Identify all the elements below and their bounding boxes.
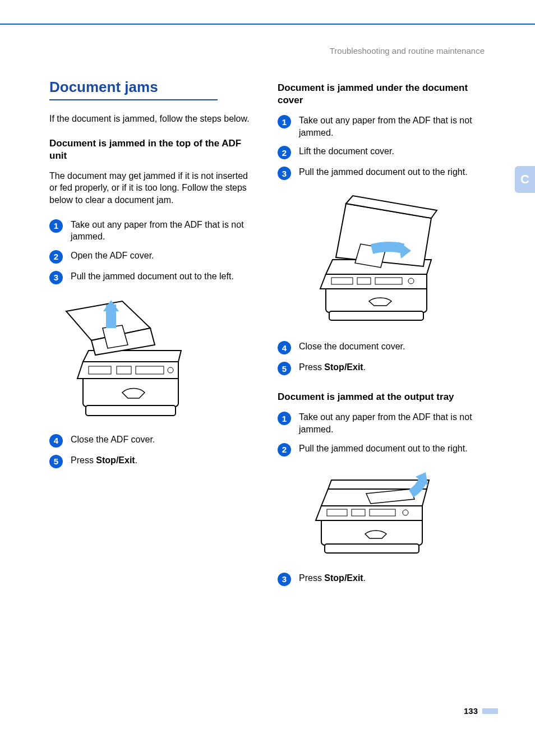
step-item: 2 Lift the document cover. bbox=[278, 145, 486, 159]
step-text: Close the ADF cover. bbox=[71, 434, 257, 446]
stop-exit-label: Stop/Exit bbox=[324, 362, 363, 372]
illustration-doc-cover-open bbox=[299, 190, 486, 330]
step-item: 5 Press Stop/Exit. bbox=[49, 454, 257, 468]
press-suffix: . bbox=[135, 455, 137, 465]
step-item: 3 Pull the jammed document out to the ri… bbox=[278, 166, 486, 180]
heading-rule bbox=[49, 99, 218, 100]
press-prefix: Press bbox=[299, 362, 324, 372]
stop-exit-label: Stop/Exit bbox=[324, 573, 363, 583]
step-item: 3 Press Stop/Exit. bbox=[278, 572, 486, 586]
step-text: Press Stop/Exit. bbox=[299, 361, 486, 374]
svg-rect-1 bbox=[86, 405, 176, 416]
svg-rect-7 bbox=[329, 311, 423, 320]
step-item: 2 Open the ADF cover. bbox=[49, 250, 257, 264]
step-text: Pull the jammed document out to the left… bbox=[71, 270, 257, 283]
step-number-icon: 1 bbox=[49, 219, 63, 233]
step-number-icon: 5 bbox=[49, 455, 63, 468]
stop-exit-label: Stop/Exit bbox=[96, 455, 135, 465]
step-number-icon: 1 bbox=[278, 412, 291, 425]
page-number: 133 bbox=[464, 706, 498, 716]
step-text: Take out any paper from the ADF that is … bbox=[71, 219, 257, 243]
page-number-bar bbox=[482, 708, 498, 714]
page-number-text: 133 bbox=[464, 706, 478, 716]
running-header: Troubleshooting and routine maintenance bbox=[0, 46, 485, 56]
step-text: Close the document cover. bbox=[299, 340, 486, 353]
sub-heading-output-tray: Document is jammed at the output tray bbox=[278, 391, 486, 403]
illustration-output-tray bbox=[299, 467, 486, 562]
step-number-icon: 2 bbox=[49, 250, 63, 264]
step-text: Pull the jammed document out to the righ… bbox=[299, 166, 486, 178]
illustration-adf-open bbox=[49, 294, 257, 423]
step-number-icon: 3 bbox=[278, 573, 291, 586]
intro-text: If the document is jammed, follow the st… bbox=[49, 113, 257, 125]
svg-rect-13 bbox=[325, 544, 419, 553]
step-item: 3 Pull the jammed document out to the le… bbox=[49, 270, 257, 284]
step-item: 4 Close the document cover. bbox=[278, 340, 486, 354]
step-text: Open the ADF cover. bbox=[71, 250, 257, 262]
section-tab: C bbox=[515, 166, 535, 193]
step-number-icon: 4 bbox=[278, 341, 291, 354]
step-text: Pull the jammed document out to the righ… bbox=[299, 442, 486, 455]
step-number-icon: 5 bbox=[278, 362, 291, 375]
step-number-icon: 2 bbox=[278, 146, 291, 159]
press-prefix: Press bbox=[299, 573, 324, 583]
step-number-icon: 3 bbox=[278, 167, 291, 180]
left-column: Document jams If the document is jammed,… bbox=[49, 79, 257, 593]
step-text: Press Stop/Exit. bbox=[71, 454, 257, 467]
press-suffix: . bbox=[363, 573, 366, 583]
step-item: 1 Take out any paper from the ADF that i… bbox=[49, 219, 257, 243]
press-prefix: Press bbox=[71, 455, 96, 465]
step-number-icon: 4 bbox=[49, 434, 63, 448]
step-item: 1 Take out any paper from the ADF that i… bbox=[278, 411, 486, 435]
section-intro: The document may get jammed if it is not… bbox=[49, 170, 257, 206]
top-rule bbox=[0, 24, 535, 25]
step-text: Press Stop/Exit. bbox=[299, 572, 486, 584]
step-item: 1 Take out any paper from the ADF that i… bbox=[278, 114, 486, 139]
step-number-icon: 1 bbox=[278, 115, 291, 128]
sub-heading-adf-top: Document is jammed in the top of the ADF… bbox=[49, 137, 257, 162]
main-heading: Document jams bbox=[49, 79, 257, 96]
press-suffix: . bbox=[363, 362, 366, 372]
right-column: Document is jammed under the document co… bbox=[278, 79, 486, 593]
step-text: Take out any paper from the ADF that is … bbox=[299, 411, 486, 435]
step-number-icon: 2 bbox=[278, 443, 291, 457]
step-number-icon: 3 bbox=[49, 271, 63, 284]
step-text: Take out any paper from the ADF that is … bbox=[299, 114, 486, 139]
step-item: 2 Pull the jammed document out to the ri… bbox=[278, 442, 486, 457]
step-item: 4 Close the ADF cover. bbox=[49, 434, 257, 448]
step-item: 5 Press Stop/Exit. bbox=[278, 361, 486, 375]
step-text: Lift the document cover. bbox=[299, 145, 486, 158]
sub-heading-doc-cover: Document is jammed under the document co… bbox=[278, 82, 486, 107]
